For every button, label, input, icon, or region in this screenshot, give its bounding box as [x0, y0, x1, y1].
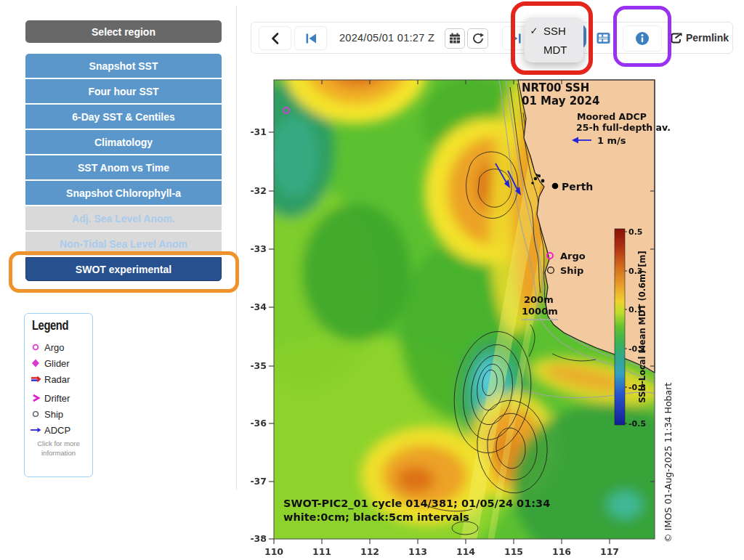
legend-label: Argo: [44, 342, 64, 353]
animation-button[interactable]: [591, 27, 615, 49]
x-tick-label: 113: [408, 546, 427, 557]
calendar-button[interactable]: [445, 28, 465, 49]
x-tick-label: 116: [552, 546, 571, 557]
permlink-icon: [669, 31, 682, 44]
y-tick-label: -34: [250, 301, 267, 312]
sidebar-item-adj-sea-level-anom: Adj. Sea Level Anom.: [25, 206, 222, 230]
map-footer-line1: SWOT-PIC2_01 cycle 014/381; 01/05/24 01:…: [283, 498, 550, 510]
depth-label-200m: 200m: [524, 294, 554, 305]
checkmark-icon: ✓: [525, 25, 543, 36]
radar-double-arrow-icon: [29, 374, 42, 384]
y-tick-label: -35: [250, 360, 267, 371]
permlink-button[interactable]: Permlink: [668, 27, 730, 49]
refresh-button[interactable]: [467, 28, 488, 49]
y-tick-label: -33: [250, 243, 267, 254]
map-figure[interactable]: NRT00 SSH 01 May 2024 Moored ADCP 25-h f…: [247, 69, 698, 560]
imos-credit: © IMOS 01-Aug-2025 11:34 Hobart: [663, 383, 674, 543]
argo-circle-icon: [29, 342, 42, 352]
sidebar-item-6day-sst-centiles[interactable]: 6-Day SST & Centiles: [25, 105, 222, 129]
sidebar-item-sst-anom-vs-time[interactable]: SST Anom vs Time: [25, 155, 222, 179]
sidebar-item-non-tidal-sea-level-anom: Non-Tidal Sea Level Anom: [25, 232, 222, 256]
adcp-note-line1: Moored ADCP: [577, 111, 647, 122]
argo-label: Argo: [560, 251, 586, 261]
glider-diamond-icon: [29, 358, 42, 368]
legend-item-radar: Radar: [29, 372, 90, 386]
calendar-icon: [448, 31, 462, 46]
legend-box: Legend Argo Glider Radar Drifter: [24, 313, 93, 477]
ship-label: Ship: [560, 265, 583, 276]
info-button[interactable]: [623, 25, 662, 52]
legend-label: Ship: [44, 409, 63, 420]
product-nav-list: Snapshot SST Four hour SST 6-Day SST & C…: [25, 54, 222, 283]
legend-item-adcp: ADCP: [29, 423, 90, 437]
y-tick-label: -37: [250, 476, 267, 487]
map-footer-line2: white:0cm; black:5cm intervals: [283, 511, 469, 523]
sidebar-item-snapshot-chlorophyll[interactable]: Snapshot Chlorophyll-a: [25, 181, 222, 205]
refresh-icon: [471, 31, 485, 46]
x-tick-label: 117: [600, 546, 619, 557]
colorbar-tick: 0.5: [628, 227, 643, 237]
adcp-arrow-icon: [29, 425, 42, 435]
legend-item-ship: Ship: [29, 407, 90, 421]
map-title-line2: 01 May 2024: [522, 94, 599, 107]
perth-city-marker: [552, 183, 559, 190]
legend-label: Drifter: [44, 393, 70, 404]
legend-label: Glider: [44, 358, 70, 369]
menu-item-ssh[interactable]: ✓ SSH: [525, 21, 583, 40]
step-back-button[interactable]: [259, 26, 291, 50]
y-tick-label: -31: [250, 126, 267, 137]
colorbar-axis-label: SSH-Local Mean MDT (0.6m) [m]: [637, 251, 647, 403]
sidebar-item-four-hour-sst[interactable]: Four hour SST: [25, 79, 222, 103]
skip-to-start-button[interactable]: [294, 26, 327, 50]
adcp-note-line2: 25-h full-depth av.: [576, 122, 671, 133]
select-region-button[interactable]: Select region: [25, 20, 222, 43]
depth-label-1000m: 1000m: [522, 306, 558, 317]
ship-circle-icon: [29, 409, 42, 419]
x-tick-label: 110: [264, 546, 283, 557]
perth-label: Perth: [562, 181, 593, 192]
drifter-chevron-icon: [29, 393, 42, 403]
menu-item-label: MDT: [543, 44, 567, 56]
legend-item-drifter: Drifter: [29, 391, 90, 405]
sidebar-item-snapshot-sst[interactable]: Snapshot SST: [25, 54, 222, 78]
skip-start-icon: [304, 31, 318, 46]
legend-item-argo: Argo: [29, 340, 90, 354]
x-tick-label: 112: [360, 546, 379, 557]
y-tick-label: -36: [250, 418, 267, 429]
x-tick-label: 115: [504, 546, 523, 557]
skip-end-icon: [509, 31, 523, 46]
legend-label: ADCP: [44, 425, 70, 436]
movie-icon: [596, 31, 611, 45]
datetime-display[interactable]: 2024/05/01 01:27 Z: [330, 27, 444, 49]
info-icon: [634, 31, 650, 46]
map-title-line1: NRT00 SSH: [522, 81, 589, 94]
ocean-current-app: Select region Snapshot SST Four hour SST…: [0, 0, 744, 560]
chevron-left-icon: [270, 31, 281, 46]
legend-footnote[interactable]: Click for more information: [25, 439, 92, 458]
swot-ssh-map: NRT00 SSH 01 May 2024 Moored ADCP 25-h f…: [247, 69, 698, 560]
layer-dropdown-menu: ✓ SSH MDT: [525, 17, 583, 62]
datetime-value: 2024/05/01 01:27 Z: [339, 32, 434, 44]
y-tick-label: -38: [250, 533, 267, 544]
legend-item-glider: Glider: [29, 356, 90, 370]
sidebar-item-climatology[interactable]: Climatology: [25, 130, 222, 154]
permlink-label: Permlink: [686, 32, 729, 44]
menu-item-label: SSH: [543, 25, 566, 37]
adcp-scale-label: 1 m/s: [597, 135, 626, 146]
legend-title: Legend: [32, 318, 68, 333]
sidebar-divider: [236, 6, 237, 490]
y-tick-label: -32: [250, 185, 267, 196]
menu-item-mdt[interactable]: MDT: [525, 40, 583, 59]
sidebar-item-swot-experimental[interactable]: SWOT experimental: [25, 257, 222, 281]
x-tick-label: 114: [456, 546, 475, 557]
x-tick-label: 111: [312, 546, 331, 557]
map-toolbar: 2024/05/01 01:27 Z: [251, 22, 733, 54]
colorbar-tick: -0.5: [628, 419, 646, 429]
legend-label: Radar: [44, 374, 70, 385]
